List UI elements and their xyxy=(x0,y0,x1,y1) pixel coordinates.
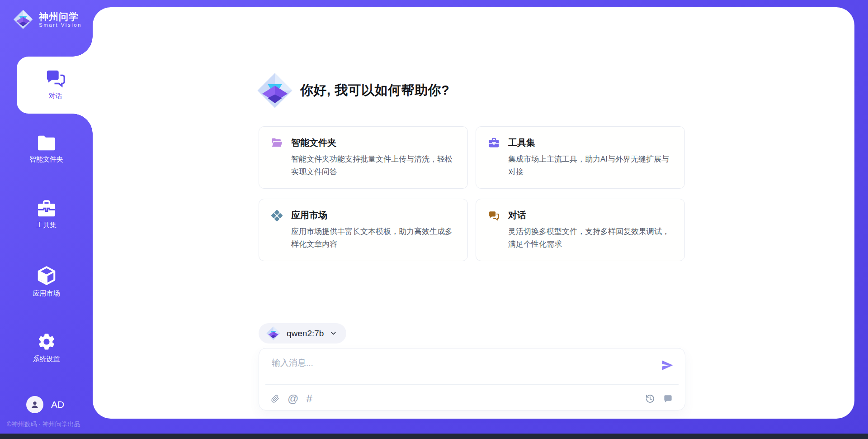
card-title: 应用市场 xyxy=(291,209,456,221)
grid-icon xyxy=(271,209,283,221)
active-tab-curve-top xyxy=(72,36,93,57)
card-chat[interactable]: 对话 灵活切换多模型文件，支持多样回复效果调试，满足个性化需求 xyxy=(476,199,685,261)
greeting-text: 你好, 我可以如何帮助你? xyxy=(300,81,449,100)
user-profile[interactable]: AD xyxy=(26,396,64,413)
sidebar-item-label: 智能文件夹 xyxy=(29,155,63,164)
chat-icon xyxy=(488,209,500,221)
at-icon[interactable]: @ xyxy=(288,393,298,404)
copyright-text: ©神州数码 · 神州问学出品 xyxy=(7,420,80,429)
composer-divider xyxy=(265,384,679,385)
card-description: 应用市场提供丰富长文本模板，助力高效生成多样化文章内容 xyxy=(291,225,456,251)
card-description: 灵活切换多模型文件，支持多样回复效果调试，满足个性化需求 xyxy=(508,225,673,251)
active-tab-curve-bottom xyxy=(72,114,93,134)
sidebar-item-label: 对话 xyxy=(49,92,62,100)
sidebar-item-settings[interactable]: 系统设置 xyxy=(0,332,93,363)
feedback-button[interactable] xyxy=(663,394,673,404)
folder-icon xyxy=(37,134,57,152)
model-name: qwen2:7b xyxy=(287,329,324,339)
person-icon xyxy=(30,400,40,410)
history-button[interactable] xyxy=(645,393,656,404)
brand-subtitle: Smart Vision xyxy=(39,22,82,28)
attach-button[interactable] xyxy=(271,393,280,404)
message-input[interactable] xyxy=(272,356,642,370)
assistant-gem-icon xyxy=(256,72,294,110)
briefcase-icon xyxy=(37,200,57,218)
chevron-down-icon xyxy=(330,329,337,337)
card-smart-folder[interactable]: 智能文件夹 智能文件夹功能支持批量文件上传与清洗，轻松实现文件问答 xyxy=(259,126,468,189)
app-logo: 神州问学 Smart Vision xyxy=(13,9,82,30)
sidebar-item-chat[interactable]: 对话 xyxy=(9,68,102,100)
chat-icon xyxy=(45,68,66,89)
briefcase-icon xyxy=(488,137,500,148)
greeting-block: 你好, 我可以如何帮助你? xyxy=(256,72,449,110)
message-composer: @ # xyxy=(259,348,685,410)
sidebar-item-smart-folder[interactable]: 智能文件夹 xyxy=(0,134,93,164)
sidebar-item-toolset[interactable]: 工具集 xyxy=(0,200,93,229)
brand-name: 神州问学 xyxy=(39,11,82,22)
window-bottom-edge xyxy=(0,434,868,439)
card-app-market[interactable]: 应用市场 应用市场提供丰富长文本模板，助力高效生成多样化文章内容 xyxy=(259,199,468,261)
card-title: 对话 xyxy=(508,209,673,221)
model-gem-icon xyxy=(266,326,281,341)
sidebar-item-label: 工具集 xyxy=(36,221,57,229)
card-title: 工具集 xyxy=(508,137,673,149)
hash-icon[interactable]: # xyxy=(306,393,312,404)
gear-icon xyxy=(37,332,57,352)
chat-bubble-icon xyxy=(663,394,673,404)
model-selector[interactable]: qwen2:7b xyxy=(259,323,346,344)
avatar[interactable] xyxy=(26,396,43,413)
history-icon xyxy=(645,393,656,404)
cube-icon xyxy=(36,265,57,286)
send-icon xyxy=(660,358,674,372)
sidebar-item-label: 应用市场 xyxy=(33,289,60,298)
sidebar-item-app-market[interactable]: 应用市场 xyxy=(0,265,93,298)
feature-cards-grid: 智能文件夹 智能文件夹功能支持批量文件上传与清洗，轻松实现文件问答 工具集 集成… xyxy=(259,126,685,261)
card-description: 集成市场上主流工具，助力AI与外界无缝扩展与对接 xyxy=(508,153,673,178)
paperclip-icon xyxy=(271,393,280,404)
card-title: 智能文件夹 xyxy=(291,137,456,149)
card-toolset[interactable]: 工具集 集成市场上主流工具，助力AI与外界无缝扩展与对接 xyxy=(476,126,685,189)
brand-gem-icon xyxy=(13,9,33,30)
folder-open-icon xyxy=(271,137,283,148)
send-button[interactable] xyxy=(660,358,674,374)
sidebar-item-label: 系统设置 xyxy=(33,355,60,363)
user-initials: AD xyxy=(51,399,64,410)
card-description: 智能文件夹功能支持批量文件上传与清洗，轻松实现文件问答 xyxy=(291,153,456,178)
